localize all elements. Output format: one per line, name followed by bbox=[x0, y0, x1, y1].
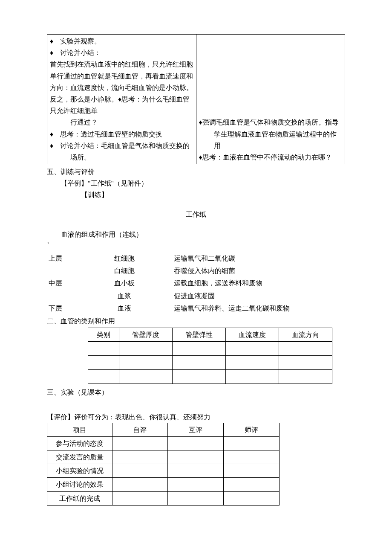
col-header: 师评 bbox=[224, 423, 280, 436]
text: 思考：血液在血管中不停流动的动力在哪？ bbox=[202, 154, 332, 161]
text: 讨论并小结：毛细血管是气体和物质交换的 bbox=[60, 142, 190, 149]
question-1-title: 血液的组成和作用（连线） bbox=[55, 229, 143, 240]
bullet-line-continuation: 学生理解血液血管在物质运输过程中的作 bbox=[199, 128, 343, 140]
layer-cell bbox=[47, 290, 112, 302]
col-header: 血流方向 bbox=[279, 328, 332, 342]
table-header-row: 项目 自评 互评 师评 bbox=[47, 423, 280, 436]
top-right-cell: ♦强调毛细血管是气体和物质交换的场所。指导 学生理解血液血管在物质运输过程中的作… bbox=[196, 35, 345, 164]
list-marker: 、 bbox=[47, 229, 54, 246]
col-header: 血流速度 bbox=[226, 328, 279, 342]
evaluation-lead: 【评价】评价可分为：表现出色、你很认真、还须努力 bbox=[47, 411, 345, 423]
top-two-column-table: ♦ 实验并观察。 ♦ 讨论并小结： 首先找到在流动血液中的红细胞，只允许红细胞单… bbox=[47, 34, 345, 164]
match-row: 白细胞 吞噬侵入体内的细菌 bbox=[47, 264, 345, 277]
text: 思考：透过毛细血管壁的物质交换 bbox=[60, 131, 162, 138]
bullet-line: ♦思考：血液在血管中不停流动的动力在哪？ bbox=[199, 151, 343, 163]
match-row: 下层 血液 运输氧气和养料、运走二氧化碳和废物 bbox=[47, 302, 345, 314]
evaluation-table: 项目 自评 互评 师评 参与活动的态度 交流发言的质量 小组实验的情况 小组讨论… bbox=[47, 423, 280, 506]
row-label: 参与活动的态度 bbox=[47, 436, 112, 450]
component-cell: 血浆 bbox=[112, 290, 172, 302]
section-3-title: 三、实验（见课本） bbox=[47, 386, 345, 398]
question-1-heading: 、 血液的组成和作用（连线） bbox=[47, 229, 345, 246]
example-line: 【举例】"工作纸"（见附件） bbox=[47, 177, 345, 189]
bullet-line: ♦ 实验并观察。 bbox=[50, 35, 193, 47]
bullet-line: ♦ 思考：透过毛细血管壁的物质交换 bbox=[50, 128, 193, 140]
row-label: 交流发言的质量 bbox=[47, 450, 112, 464]
bullet-line: ♦强调毛细血管是气体和物质交换的场所。指导 bbox=[199, 116, 343, 128]
col-header: 自评 bbox=[112, 423, 168, 436]
table-row bbox=[88, 356, 332, 370]
paragraph: 首先找到在流动血液中的红细胞，只允许红细胞单行通过的血管就是毛细血管，再看血流速… bbox=[50, 58, 193, 116]
section-5-title: 五、训练与评价 bbox=[47, 166, 345, 177]
function-cell: 运输氧气和二氧化碳 bbox=[172, 252, 345, 264]
bullet-line-continuation: 场所。 bbox=[50, 151, 193, 163]
function-cell: 吞噬侵入体内的细菌 bbox=[172, 264, 345, 277]
table-row: 小组讨论的效果 bbox=[47, 478, 280, 491]
function-cell: 运输氧气和养料、运走二氧化碳和废物 bbox=[172, 302, 345, 314]
layer-cell bbox=[47, 264, 112, 277]
component-cell: 白细胞 bbox=[112, 264, 172, 277]
bullet-line: ♦ 讨论并小结：毛细血管是气体和物质交换的 bbox=[50, 140, 193, 151]
table-row: 交流发言的质量 bbox=[47, 450, 280, 464]
bullet-line: ♦ 讨论并小结： bbox=[50, 47, 193, 58]
match-row: 血浆 促进血液凝固 bbox=[47, 290, 345, 302]
table-row: 参与活动的态度 bbox=[47, 436, 280, 450]
layer-cell: 中层 bbox=[47, 277, 112, 289]
matching-table: 上层 红细胞 运输氧气和二氧化碳 白细胞 吞噬侵入体内的细菌 中层 血小板 运载… bbox=[47, 252, 345, 314]
col-header: 管壁弹性 bbox=[173, 328, 226, 342]
table-row: 小组实验的情况 bbox=[47, 464, 280, 478]
bullet-line-continuation: 用 bbox=[199, 140, 343, 151]
layer-cell: 下层 bbox=[47, 302, 112, 314]
text: 实验并观察。 bbox=[60, 38, 101, 45]
row-label: 小组实验的情况 bbox=[47, 464, 112, 478]
table-header-row: 类别 管壁厚度 管壁弹性 血流速度 血流方向 bbox=[88, 328, 332, 342]
component-cell: 红细胞 bbox=[112, 252, 172, 264]
match-row: 上层 红细胞 运输氧气和二氧化碳 bbox=[47, 252, 345, 264]
function-cell: 促进血液凝固 bbox=[172, 290, 345, 302]
col-header: 类别 bbox=[88, 328, 119, 342]
component-cell: 血小板 bbox=[112, 277, 172, 289]
table-row bbox=[88, 370, 332, 384]
col-header: 项目 bbox=[47, 423, 112, 436]
layer-cell: 上层 bbox=[47, 252, 112, 264]
col-header: 管壁厚度 bbox=[119, 328, 173, 342]
text: 强调毛细血管是气体和物质交换的场所。指导 bbox=[202, 119, 339, 126]
section-2-title: 二、血管的类别和作用 bbox=[47, 315, 345, 327]
col-header: 互评 bbox=[168, 423, 224, 436]
match-row: 中层 血小板 运载血细胞，运送养料和废物 bbox=[47, 277, 345, 289]
paragraph-continuation: 行通过？ bbox=[50, 116, 193, 128]
train-line: 【训练】 bbox=[47, 189, 345, 200]
table-row bbox=[88, 342, 332, 356]
component-cell: 血液 bbox=[112, 302, 172, 314]
function-cell: 运载血细胞，运送养料和废物 bbox=[172, 277, 345, 289]
vessel-table: 类别 管壁厚度 管壁弹性 血流速度 血流方向 bbox=[88, 328, 332, 384]
table-row: 工作纸的完成 bbox=[47, 491, 280, 505]
text: 讨论并小结： bbox=[60, 49, 101, 56]
worksheet-title: 工作纸 bbox=[47, 209, 345, 220]
row-label: 工作纸的完成 bbox=[47, 491, 112, 505]
row-label: 小组讨论的效果 bbox=[47, 478, 112, 491]
top-left-cell: ♦ 实验并观察。 ♦ 讨论并小结： 首先找到在流动血液中的红细胞，只允许红细胞单… bbox=[47, 35, 196, 164]
